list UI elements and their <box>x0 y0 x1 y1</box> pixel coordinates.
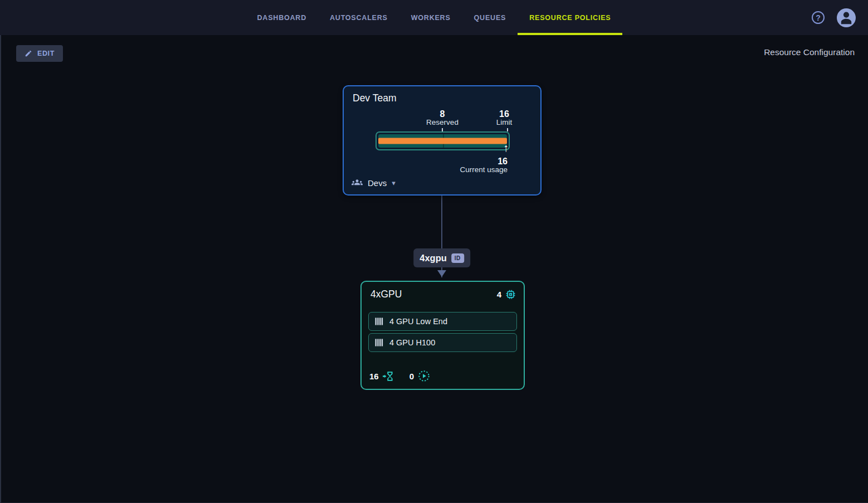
nav-tab-dashboard[interactable]: DASHBOARD <box>246 0 318 35</box>
quota-usage-bar <box>376 131 510 150</box>
current-usage-marker-label: 16 Current usage <box>460 157 508 174</box>
user-group-label: Devs <box>368 178 387 188</box>
current-usage-label: Current usage <box>460 165 508 174</box>
edge-arrowhead-icon <box>437 270 446 277</box>
chevron-down-icon: ▾ <box>392 179 396 187</box>
page-title: Resource Configuration <box>764 47 855 57</box>
people-group-icon <box>352 179 363 188</box>
user-group-dropdown[interactable]: Devs ▾ <box>352 178 396 188</box>
running-play-icon <box>418 370 430 382</box>
gpu-pool-node[interactable]: 4xGPU 4 4 GPU Low End 4 GPU H100 16 <box>360 281 525 390</box>
current-usage-arrow-icon: ↑ <box>503 141 509 154</box>
nav-tab-workers[interactable]: WORKERS <box>399 0 462 35</box>
main-nav: DASHBOARD AUTOSCALERS WORKERS QUEUES RES… <box>0 0 868 35</box>
dev-team-node[interactable]: Dev Team 8 Reserved 16 Limit ↑ 16 Curren… <box>343 85 542 196</box>
pencil-icon <box>25 50 32 57</box>
worker-type-item: 4 GPU Low End <box>368 312 517 331</box>
pending-hourglass-icon <box>383 371 396 382</box>
gpu-node-title: 4xGPU <box>370 289 402 300</box>
nav-tab-resource-policies[interactable]: RESOURCE POLICIES <box>518 0 622 35</box>
edit-button[interactable]: EDIT <box>16 45 63 62</box>
worker-type-item: 4 GPU H100 <box>368 333 517 352</box>
resource-policies-canvas: EDIT Resource Configuration 4xgpu ID Dev… <box>0 35 868 503</box>
edge-label-text: 4xgpu <box>420 253 447 263</box>
worker-bars-icon <box>375 338 383 347</box>
worker-bars-icon <box>375 317 383 326</box>
worker-type-label: 4 GPU Low End <box>389 317 447 326</box>
nav-tab-queues[interactable]: QUEUES <box>462 0 518 35</box>
edge-id-badge: ID <box>451 253 464 263</box>
limit-value: 16 <box>496 110 513 118</box>
edit-button-label: EDIT <box>37 50 55 57</box>
edge-label[interactable]: 4xgpu ID <box>413 248 470 267</box>
user-avatar-icon[interactable] <box>837 8 856 27</box>
help-icon[interactable]: ? <box>812 11 825 24</box>
gpu-node-stats: 16 0 <box>369 370 430 382</box>
current-usage-bar <box>378 138 507 144</box>
reserved-value: 8 <box>426 110 459 118</box>
reserved-marker-label: 8 Reserved <box>426 110 459 126</box>
quota-limit-track <box>378 134 507 148</box>
gpu-count-indicator: 4 <box>497 289 516 300</box>
gpu-count-value: 4 <box>497 290 501 299</box>
current-usage-value: 16 <box>460 157 508 165</box>
limit-tick <box>507 128 508 131</box>
gpu-chip-icon <box>505 289 516 300</box>
dev-team-node-title: Dev Team <box>353 92 396 104</box>
running-count: 0 <box>409 372 414 381</box>
limit-label: Limit <box>496 118 513 126</box>
gpu-node-header: 4xGPU 4 <box>370 289 516 300</box>
header-actions: ? <box>812 0 856 35</box>
reserved-label: Reserved <box>426 118 459 126</box>
worker-type-label: 4 GPU H100 <box>389 338 435 347</box>
nav-tab-autoscalers[interactable]: AUTOSCALERS <box>318 0 399 35</box>
limit-marker-label: 16 Limit <box>496 110 513 126</box>
top-app-bar: DASHBOARD AUTOSCALERS WORKERS QUEUES RES… <box>0 0 868 35</box>
pending-count: 16 <box>369 372 379 381</box>
